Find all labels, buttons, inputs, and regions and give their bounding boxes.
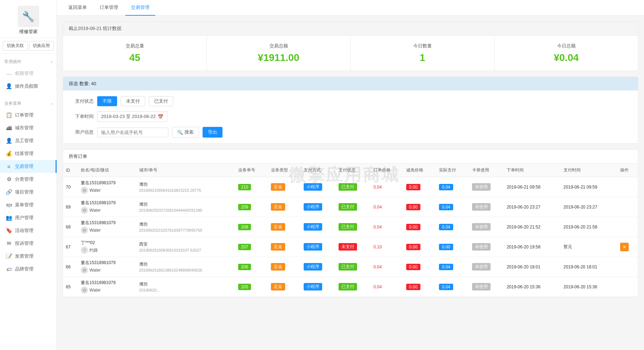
cell-payment-method: 小程序 xyxy=(301,277,336,297)
cell-id: 66 xyxy=(63,257,78,277)
date-picker[interactable]: 2019-03-23 至 2019-06-22 📅 xyxy=(97,111,167,122)
logo-icon: 🔧 xyxy=(18,6,39,27)
cell-business-no: 210 xyxy=(235,177,268,197)
sidebar-item-staff-mgmt[interactable]: 👤 员工管理 xyxy=(0,134,57,147)
cell-payment-method: 小程序 xyxy=(301,257,336,277)
payment-method-badge: 小程序 xyxy=(304,263,322,271)
switch-app-button[interactable]: 切换应用 xyxy=(29,41,54,51)
switch-relation-button[interactable]: 切换关联 xyxy=(3,41,28,51)
user-nickname: Water xyxy=(89,188,101,193)
sidebar-item-brand-mgmt[interactable]: 🏷 品牌管理 xyxy=(0,263,57,276)
payment-status-badge: 已支付 xyxy=(339,183,357,191)
cell-order-time: 2019-06-21 09:58 xyxy=(504,177,560,197)
cell-discount: 0.00 xyxy=(403,217,436,237)
app-title: 维修管家 xyxy=(19,29,38,35)
city-mgmt-icon: 🏙 xyxy=(6,125,12,131)
category-mgmt-icon: ⚙ xyxy=(6,176,12,182)
sidebar-item-placeholder: — 权限管理 xyxy=(0,67,57,80)
sidebar-item-operator[interactable]: 👤 操作员权限 xyxy=(0,80,57,93)
cell-card-used: 未使用 xyxy=(469,177,504,197)
user-avatar: ? xyxy=(81,247,88,254)
cell-discount: 0.00 xyxy=(403,177,436,197)
col-operation: 操作 xyxy=(617,164,638,177)
cell-id: 68 xyxy=(63,217,78,237)
discount-badge: 0.00 xyxy=(406,264,420,270)
status-btn-unpaid[interactable]: 未支付 xyxy=(121,96,145,106)
sidebar-item-complaint-mgmt[interactable]: ✉ 投诉管理 xyxy=(0,237,57,250)
op-button[interactable]: ✕ xyxy=(620,243,629,251)
cell-business-no: 205 xyxy=(235,277,268,297)
calendar-icon: 📅 xyxy=(158,114,163,119)
section-label-common: 常用插件 › xyxy=(0,57,57,67)
user-search-input[interactable] xyxy=(97,128,168,137)
status-btn-paid[interactable]: 已支付 xyxy=(149,96,173,106)
card-used-badge: 未使用 xyxy=(472,223,491,231)
stats-header: 截止2019-06-21 统计数据 xyxy=(63,22,638,36)
sidebar: 🔧 维修管家 切换关联 切换应用 常用插件 › — 权限管理 👤 操作员权限 业… xyxy=(0,0,57,350)
sidebar-item-trade-mgmt[interactable]: ≡ 交易管理 xyxy=(0,160,57,173)
sidebar-item-city-mgmt[interactable]: 🏙 城市管理 xyxy=(0,122,57,134)
sidebar-item-order-mgmt[interactable]: 📋 订单管理 xyxy=(0,109,57,122)
table-header-row: ID 姓名/电话/微信 城市/单号 业务单号 业务类型 支付方式 支付状态 订单… xyxy=(63,164,638,177)
payment-method-badge: 小程序 xyxy=(304,283,322,290)
cell-user: 董岳15318981079 W Water xyxy=(78,277,136,297)
sidebar-item-activity-mgmt[interactable]: 🔖 活动管理 xyxy=(0,224,57,237)
cell-actual-payment: 0.00 xyxy=(436,237,469,257)
cell-city: 潍坊 20190621095841610823215 28776 xyxy=(136,177,235,197)
page-content: 截止2019-06-21 统计数据 交易总量 45 交易总额 ¥1911.00 … xyxy=(57,16,644,350)
activity-mgmt-icon: 🔖 xyxy=(6,227,12,234)
cell-operation xyxy=(617,177,638,197)
cell-user: 丁***02 ? 灼路 xyxy=(78,237,136,257)
operator-icon: 👤 xyxy=(6,83,12,89)
complaint-mgmt-icon: ✉ xyxy=(6,240,12,247)
sidebar-item-settlement-mgmt[interactable]: 💰 结算管理 xyxy=(0,147,57,160)
cell-card-used: 未使用 xyxy=(469,257,504,277)
cell-order-time: 2019-06-20 15:36 xyxy=(504,277,560,297)
status-btn-all[interactable]: 不限 xyxy=(97,96,117,106)
user-nickname: Water xyxy=(89,268,101,273)
export-button[interactable]: 导出 xyxy=(203,127,222,138)
cell-business-no: 206 xyxy=(235,257,268,277)
sidebar-item-project-mgmt[interactable]: 🔗 项目管理 xyxy=(0,186,57,199)
table-row: 67 丁***02 ? 灼路 西安 2019062019583061031910… xyxy=(63,237,638,257)
stats-body: 交易总量 45 交易总额 ¥1911.00 今日数量 1 今日总额 ¥0.04 xyxy=(63,36,638,71)
user-nickname: Water xyxy=(89,208,101,213)
tabs-bar: 返回菜单 订单管理 交易管理 xyxy=(57,0,644,16)
sidebar-item-menu-mgmt[interactable]: 🍽 菜单管理 xyxy=(0,199,57,211)
col-actual-payment: 实际支付 xyxy=(436,164,469,177)
tab-back[interactable]: 返回菜单 xyxy=(63,0,93,16)
user-avatar: W xyxy=(81,267,88,274)
table-row: 69 董岳15318981079 W Water 潍坊 201906202327… xyxy=(63,197,638,217)
staff-mgmt-icon: 👤 xyxy=(6,138,12,144)
business-no-badge: 208 xyxy=(238,224,251,230)
main-content: 返回菜单 订单管理 交易管理 截止2019-06-21 统计数据 交易总量 45… xyxy=(57,0,644,350)
date-label: 下单时间 xyxy=(69,113,94,120)
invoice-mgmt-icon: 📝 xyxy=(6,253,12,259)
discount-badge: 0.00 xyxy=(406,204,420,210)
tab-order[interactable]: 订单管理 xyxy=(94,0,124,16)
cell-actual-payment: 0.04 xyxy=(436,257,469,277)
sidebar-item-user-mgmt[interactable]: 👥 用户管理 xyxy=(0,211,57,224)
card-used-badge: 未使用 xyxy=(472,283,491,290)
cell-operation: ✕ xyxy=(617,237,638,257)
cell-business-type: 定金 xyxy=(268,277,301,297)
cell-id: 70 xyxy=(63,177,78,197)
tab-trade[interactable]: 交易管理 xyxy=(125,0,155,16)
business-no-badge: 206 xyxy=(238,264,251,270)
business-type-badge: 定金 xyxy=(271,283,285,290)
sidebar-item-category-mgmt[interactable]: ⚙ 分类管理 xyxy=(0,173,57,186)
cell-id: 69 xyxy=(63,197,78,217)
cell-user: 董岳15318981079 W Water xyxy=(78,177,136,197)
business-type-badge: 定金 xyxy=(271,183,285,191)
cell-pay-time: 2019-06-20 18:01 xyxy=(561,257,617,277)
payment-status-badge: 已支付 xyxy=(339,263,357,271)
payment-method-badge: 小程序 xyxy=(304,223,322,231)
payment-status-badge: 已支付 xyxy=(339,283,357,290)
search-button[interactable]: 🔍 搜索 xyxy=(172,127,199,138)
sidebar-item-invoice-mgmt[interactable]: 📝 发票管理 xyxy=(0,250,57,263)
payment-status-badge: 未支付 xyxy=(339,243,357,251)
discount-badge: 0.00 xyxy=(406,224,420,230)
settlement-mgmt-icon: 💰 xyxy=(6,150,12,157)
payment-method-badge: 小程序 xyxy=(304,243,322,251)
stat-total-count-value: 45 xyxy=(70,52,199,63)
